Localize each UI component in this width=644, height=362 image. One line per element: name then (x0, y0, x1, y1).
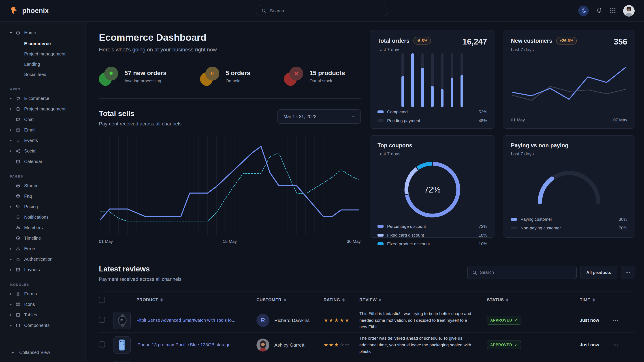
column-header-time: TIME (580, 297, 613, 302)
status-label: APPROVED (490, 318, 512, 323)
sidebar-item-email[interactable]: Email (10, 125, 80, 135)
apps-menu-button[interactable] (610, 7, 616, 14)
global-search-input[interactable] (270, 8, 383, 13)
card-title: Paying vs non paying (511, 142, 568, 149)
all-products-button[interactable]: All products (580, 266, 617, 279)
brand-logo[interactable]: phoenix (10, 6, 49, 15)
sidebar-subitem-project-management[interactable]: Project management (10, 49, 80, 59)
legend-item-non-paying-customer: Non-paying customer70% (511, 224, 627, 232)
reviews-search-input[interactable] (480, 270, 572, 275)
cart-icon (16, 96, 24, 101)
success-blob-icon (99, 67, 118, 86)
stat-sublabel: Out of stock (310, 78, 345, 83)
tag-icon (16, 204, 24, 209)
row-menu-button[interactable] (613, 320, 635, 321)
legend-swatch (378, 110, 384, 113)
top-navbar: phoenix (0, 0, 644, 22)
date-range-select[interactable]: Mar 1 - 31, 2022 (278, 109, 361, 124)
chevron-right-icon (10, 258, 12, 261)
clipboard-icon (16, 107, 24, 111)
sidebar-subitem-e-commerce[interactable]: E commerce (10, 38, 80, 49)
sidebar-subitem-landing[interactable]: Landing (10, 59, 80, 69)
check-icon: ✓ (514, 343, 518, 347)
sidebar-item-components[interactable]: Components (10, 320, 80, 331)
paying-gauge-chart (532, 164, 606, 208)
chevron-right-icon (10, 314, 12, 316)
collapse-sidebar-button[interactable]: Collapsed View (0, 343, 85, 362)
topnav-actions (578, 5, 634, 16)
bell-icon (596, 7, 602, 14)
home-sub-list: E commerceProject managementLandingSocia… (10, 38, 80, 80)
sidebar-item-project-management[interactable]: Project management (10, 104, 80, 114)
sidebar-item-chat[interactable]: Chat (10, 114, 80, 125)
sidebar-section-label-pages: PAGES (10, 174, 80, 178)
legend-value: 48% (479, 118, 487, 123)
sidebar-item-pricing[interactable]: Pricing (10, 201, 80, 212)
product-thumbnail (113, 336, 131, 354)
theme-toggle-button[interactable] (578, 5, 589, 16)
product-link[interactable]: iPhone 13 pro max-Pacific Blue-128GB sto… (136, 342, 230, 348)
sidebar-item-starter[interactable]: Starter (10, 180, 80, 191)
total-sells-subtitle: Payment received across all channels (99, 121, 182, 127)
sidebar-item-e-commerce[interactable]: E commerce (10, 93, 80, 104)
paying-legend: Paying customer30%Non-paying customer70% (511, 216, 627, 232)
sort-icon[interactable] (592, 298, 595, 302)
sidebar-item-label: Forms (24, 291, 37, 297)
chevron-right-icon (10, 293, 12, 295)
main-content: Ecommerce Dashboard Here's what's going … (86, 22, 644, 362)
sort-icon[interactable] (160, 298, 163, 302)
card-period: Last 7 days (378, 151, 412, 156)
customer-cell: RRichard Dawkins (256, 314, 324, 327)
sidebar-item-faq[interactable]: Faq (10, 191, 80, 201)
review-text: The order was delivered ahead of schedul… (359, 335, 487, 355)
sort-icon[interactable] (506, 298, 508, 302)
sidebar-item-members[interactable]: Members (10, 223, 80, 233)
sidebar-item-notifications[interactable]: Notifications (10, 212, 80, 223)
legend-swatch (378, 119, 384, 122)
phoenix-logo-icon (10, 6, 19, 15)
calendar-icon (16, 159, 24, 164)
legend-value: 18% (479, 233, 487, 238)
sidebar-item-events[interactable]: Events (10, 135, 80, 146)
global-search[interactable] (256, 5, 388, 16)
sort-icon[interactable] (379, 298, 381, 302)
row-checkbox[interactable] (99, 317, 105, 323)
all-products-label: All products (586, 270, 611, 275)
column-header-review: REVIEW (359, 297, 487, 302)
customer-cell: Ashley Garrett (256, 339, 324, 352)
sidebar-item-icons[interactable]: Icons (10, 299, 80, 310)
user-avatar[interactable] (623, 5, 634, 16)
product-link[interactable]: Fitbit Sense Advanced Smartwatch with To… (136, 318, 236, 323)
layout-icon (16, 267, 24, 272)
envelope-icon (16, 128, 24, 132)
sidebar-item-authentication[interactable]: Authentication (10, 254, 80, 265)
paying-vs-nonpaying-card: Paying vs non paying Last 7 days Paying … (503, 135, 635, 238)
sidebar-item-home[interactable]: Home (10, 27, 80, 38)
legend-label: Completed (387, 110, 408, 114)
sidebar-section-label-apps: APPS (10, 87, 80, 91)
sidebar-item-calendar[interactable]: Calendar (10, 156, 80, 167)
sort-icon[interactable] (284, 298, 286, 302)
sidebar-subitem-social-feed[interactable]: Social feed (10, 69, 80, 80)
row-checkbox[interactable] (99, 342, 105, 348)
reviews-search[interactable] (468, 266, 577, 279)
sidebar-item-label: Calendar (24, 159, 42, 164)
customer-avatar (256, 339, 270, 352)
select-all-checkbox[interactable] (99, 297, 105, 303)
sidebar-item-tables[interactable]: Tables (10, 310, 80, 320)
question-icon (16, 194, 24, 199)
reviews-more-button[interactable] (621, 266, 635, 279)
brand-name: phoenix (22, 7, 49, 15)
row-menu-button[interactable] (613, 345, 635, 346)
status-cell: APPROVED✓ (487, 341, 580, 349)
x-axis-label: 15 May (223, 239, 237, 244)
sidebar-item-errors[interactable]: Errors (10, 244, 80, 254)
notifications-button[interactable] (596, 7, 602, 14)
chevron-down-icon (351, 114, 355, 118)
sidebar-item-layouts[interactable]: Layouts (10, 265, 80, 275)
sidebar-item-forms[interactable]: Forms (10, 289, 80, 299)
column-label: RATING (324, 297, 340, 302)
sidebar-item-social[interactable]: Social (10, 146, 80, 156)
sort-icon[interactable] (342, 298, 344, 302)
sidebar-item-timeline[interactable]: Timeline (10, 233, 80, 244)
